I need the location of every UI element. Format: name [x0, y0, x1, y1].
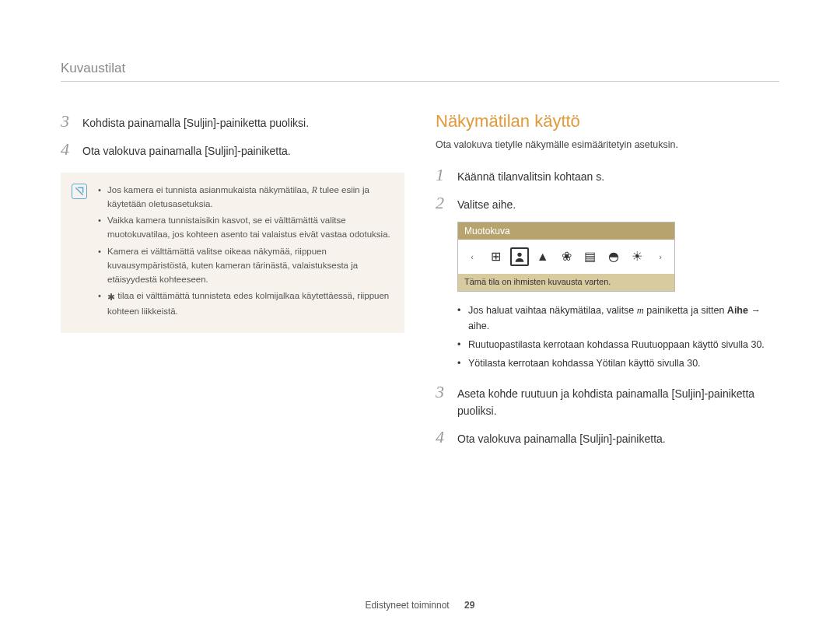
right-step-2: 2 Valitse aihe.	[436, 193, 779, 213]
note-list: Jos kamera ei tunnista asianmukaista näk…	[98, 184, 392, 319]
note-item: Kamera ei välttämättä valitse oikeaa näk…	[98, 245, 392, 286]
scene-text-icon[interactable]: ▤	[580, 247, 599, 266]
scene-portrait-icon[interactable]	[510, 247, 529, 266]
scene-mode-icon-row: ‹ ⊞ ▲ ❀ ▤ ◓ ☀ ›	[458, 240, 674, 274]
step-number: 4	[436, 427, 457, 447]
note-callout: Jos kamera ei tunnista asianmukaista näk…	[61, 173, 404, 333]
note-item: ✱ tilaa ei välttämättä tunnisteta edes k…	[98, 289, 392, 318]
list-item: Jos haluat vaihtaa näkymätilaa, valitse …	[457, 303, 779, 334]
chapter-title: Kuvaustilat	[61, 61, 779, 82]
note-icon	[72, 184, 87, 199]
step-text: Kohdista painamalla [Suljin]-painiketta …	[82, 111, 309, 131]
scene-grid-icon[interactable]: ⊞	[486, 247, 505, 266]
svg-point-0	[517, 252, 521, 256]
tripod-icon: ✱	[107, 290, 115, 305]
right-step-3: 3 Aseta kohde ruutuun ja kohdista painam…	[436, 382, 779, 420]
right-step-1: 1 Käännä tilanvalitsin kohtaan s.	[436, 165, 779, 185]
step-text: Käännä tilanvalitsin kohtaan s.	[457, 165, 604, 185]
left-column: 3 Kohdista painamalla [Suljin]-painikett…	[61, 111, 404, 456]
section-heading: Näkymätilan käyttö	[436, 111, 779, 131]
manual-page: Kuvaustilat 3 Kohdista painamalla [Sulji…	[0, 0, 840, 456]
note-item: Vaikka kamera tunnistaisikin kasvot, se …	[98, 214, 392, 242]
note-item: Jos kamera ei tunnista asianmukaista näk…	[98, 184, 392, 212]
list-item: Ruutuopastilasta kerrotaan kohdassa Ruut…	[457, 337, 779, 352]
step-number: 4	[61, 139, 82, 159]
section-intro: Ota valokuva tietylle näkymälle esimääri…	[436, 138, 779, 152]
page-footer: Edistyneet toiminnot 29	[0, 600, 840, 611]
right-column: Näkymätilan käyttö Ota valokuva tietylle…	[436, 111, 779, 456]
list-item: Yötilasta kerrotaan kohdassa Yötilan käy…	[457, 356, 779, 371]
scene-mode-caption: Tämä tila on ihmisten kuvausta varten.	[458, 274, 674, 291]
scene-macro-icon[interactable]: ❀	[557, 247, 576, 266]
scene-mode-label: Muotokuva	[458, 222, 674, 240]
page-number: 29	[464, 600, 474, 611]
columns: 3 Kohdista painamalla [Suljin]-painikett…	[61, 111, 779, 456]
right-step-4: 4 Ota valokuva painamalla [Suljin]-paini…	[436, 427, 779, 447]
chevron-left-icon[interactable]: ‹	[463, 247, 481, 266]
footer-section: Edistyneet toiminnot	[366, 600, 450, 611]
scene-landscape-icon[interactable]: ▲	[534, 247, 552, 266]
step-text: Aseta kohde ruutuun ja kohdista painamal…	[457, 382, 779, 420]
scene-sunrise-icon[interactable]: ☀	[628, 247, 646, 266]
scene-sunset-icon[interactable]: ◓	[604, 247, 623, 266]
step-number: 2	[436, 193, 457, 213]
step-text: Ota valokuva painamalla [Suljin]-painike…	[457, 427, 666, 447]
chevron-right-icon[interactable]: ›	[651, 247, 670, 266]
left-step-4: 4 Ota valokuva painamalla [Suljin]-paini…	[61, 139, 404, 159]
step-number: 3	[436, 382, 457, 402]
left-step-3: 3 Kohdista painamalla [Suljin]-painikett…	[61, 111, 404, 131]
step-number: 1	[436, 165, 457, 185]
mode-glyph: R	[312, 185, 317, 194]
step-text: Valitse aihe.	[457, 193, 516, 213]
step-text: Ota valokuva painamalla [Suljin]-painike…	[82, 139, 291, 159]
scene-mode-panel: Muotokuva ‹ ⊞ ▲ ❀ ▤ ◓ ☀ › Tämä tila on i…	[457, 222, 675, 292]
step-number: 3	[61, 111, 82, 131]
sub-bullet-list: Jos haluat vaihtaa näkymätilaa, valitse …	[457, 303, 779, 371]
